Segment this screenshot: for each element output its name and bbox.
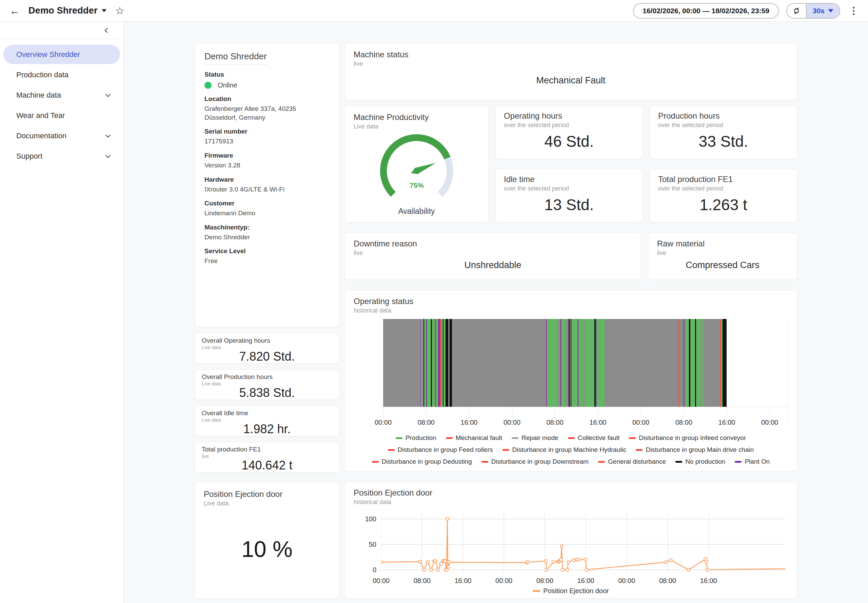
info-field-label: Serial number (204, 128, 330, 135)
overall-production-hours-card: Overall Production hoursLive data5.838 S… (195, 370, 339, 400)
axis-tick-label: 00:00 (374, 419, 391, 427)
status-segment-green (432, 319, 435, 407)
legend-label: Pause (545, 470, 563, 472)
machine-status-card: Machine status live Mechanical Fault (345, 43, 797, 100)
live-info-row: Downtime reason live Unshreddable Raw ma… (345, 232, 797, 280)
sidebar-item-support[interactable]: Support (3, 147, 120, 166)
sidebar-item-production-data[interactable]: Production data (3, 65, 120, 84)
card-subtitle: over the selected period (658, 122, 789, 129)
gauge-percent-label: 75% (409, 181, 424, 189)
idle-time-card: Idle time over the selected period 13 St… (495, 169, 643, 223)
back-arrow-icon[interactable]: ← (9, 6, 20, 16)
collapse-sidebar-icon[interactable] (105, 28, 110, 33)
status-segment-black (450, 319, 452, 407)
device-name[interactable]: Demo Shredder (204, 51, 267, 65)
sidebar-item-machine-data[interactable]: Machine data (3, 85, 120, 105)
operating-status-card: Operating status historical data 00:0008… (345, 290, 797, 472)
legend-item-plant-on: Plant On (735, 458, 770, 465)
total-production-value: 1.263 t (658, 196, 789, 214)
right-column: Machine status live Mechanical Fault Mac… (345, 43, 797, 598)
sidebar-item-label: Production data (16, 71, 110, 79)
legend-item-general-disturbance: General disturbance (598, 458, 666, 465)
axis-tick-label: 00:00 (632, 419, 649, 427)
sidebar-nav: Overview ShredderProduction dataMachine … (0, 39, 124, 166)
chevron-down-icon (105, 92, 111, 97)
legend-swatch (735, 461, 741, 463)
dashboard-content: Demo Shredder Status Online LocationGraf… (195, 43, 797, 598)
sidebar-item-label: Wear and Tear (16, 111, 110, 120)
axis-tick-label: 00:00 (373, 577, 390, 585)
legend-label: Disturbance in group Downstream (491, 458, 589, 465)
legend-item-repair-mode: Repair mode (512, 434, 559, 442)
axis-tick-label: 16:00 (460, 419, 477, 427)
machine-productivity-card: Machine Productivity Live data 75% Avail… (345, 105, 489, 223)
card-title: Idle time (504, 175, 634, 184)
legend-item-disturbance-in-group-downstream: Disturbance in group Downstream (481, 458, 589, 465)
favorite-star-icon[interactable]: ☆ (115, 5, 124, 17)
legend-swatch (629, 437, 636, 439)
y-axis-label: 50 (357, 541, 376, 549)
downtime-reason-value: Unshreddable (354, 257, 632, 274)
date-range-button[interactable]: 16/02/2026, 00:00 — 18/02/2026, 23:59 (633, 3, 779, 19)
card-title: Raw material (657, 239, 788, 249)
line-chart-legend: Position Ejection door (354, 587, 788, 595)
op-status-legend: ProductionMechanical faultRepair modeCol… (362, 434, 780, 472)
line-chart (381, 510, 785, 575)
card-subtitle: historical data (354, 307, 788, 314)
page-title[interactable]: Demo Shredder (28, 5, 97, 16)
status-segment-green (571, 319, 577, 407)
total-production-fe1-value: 140.642 t (202, 458, 332, 473)
chevron-down-icon (828, 9, 833, 12)
legend-item-disturbance-in-group-dedusting: Disturbance in group Dedusting (372, 458, 472, 465)
legend-item-disturbance-in-group-main-drive-chain: Disturbance in group Main drive chain (636, 446, 754, 453)
info-field-value: Version 3.28 (204, 161, 330, 170)
sidebar-item-documentation[interactable]: Documentation (3, 126, 120, 145)
refresh-button[interactable] (787, 4, 807, 18)
left-column: Demo Shredder Status Online LocationGraf… (195, 43, 339, 598)
sidebar-item-overview-shredder[interactable]: Overview Shredder (3, 45, 120, 64)
title-dropdown-caret-icon[interactable] (102, 9, 107, 12)
card-subtitle: Live data (204, 500, 330, 507)
status-segment-green (696, 319, 700, 407)
interval-selector[interactable]: 30s (807, 4, 840, 18)
status-value: Online (218, 81, 237, 89)
info-field-label: Firmware (204, 152, 330, 159)
status-segment-green (585, 319, 594, 407)
chevron-down-icon (105, 133, 111, 138)
more-options-kebab-icon[interactable]: ⋮ (849, 5, 859, 16)
legend-label: Plant On (744, 458, 770, 465)
legend-swatch (396, 437, 402, 439)
status-segment-green (561, 319, 565, 407)
gauge-chart: 75% (371, 130, 463, 207)
legend-label: No production (685, 458, 725, 465)
legend-swatch (675, 461, 682, 463)
legend-swatch (533, 590, 540, 592)
topbar: ← Demo Shredder ☆ 16/02/2026, 00:00 — 18… (0, 0, 868, 22)
left-mini-cards: Overall Operating hoursLive data7.820 St… (195, 333, 339, 473)
overall-production-hours-value: 5.838 Std. (202, 386, 332, 400)
legend-label: Repair mode (521, 434, 559, 442)
idle-time-value: 13 Std. (504, 196, 634, 214)
info-fields: LocationGrafenberger Allee 337a, 40235 D… (204, 95, 330, 265)
legend-label: Disturbance in group Feed rollers (398, 446, 493, 453)
y-axis-label: 100 (357, 515, 376, 523)
card-subtitle: live (354, 60, 788, 68)
op-status-strip (383, 319, 727, 407)
card-title: Overall Production hours (202, 373, 332, 380)
card-subtitle: over the selected period (658, 185, 789, 192)
legend-label: General disturbance (608, 458, 666, 465)
overall-idle-time-card: Overall Idle timeLive data1.982 hr. (195, 406, 339, 436)
legend-swatch (503, 449, 509, 451)
refresh-interval-control[interactable]: 30s (786, 3, 840, 19)
axis-tick-label: 08:00 (536, 577, 553, 585)
downtime-reason-card: Downtime reason live Unshreddable (345, 232, 641, 280)
axis-tick-label: 16:00 (589, 419, 606, 427)
card-title: Overall Idle time (202, 410, 332, 417)
status-segment-green (427, 319, 431, 407)
card-subtitle: historical data (354, 499, 788, 506)
production-hours-card: Production hours over the selected perio… (650, 105, 797, 159)
device-info-card: Demo Shredder Status Online LocationGraf… (195, 43, 339, 328)
status-segment-gray (383, 319, 421, 407)
sidebar-item-wear-and-tear[interactable]: Wear and Tear (3, 106, 120, 125)
gauge-needle-icon (411, 163, 436, 174)
